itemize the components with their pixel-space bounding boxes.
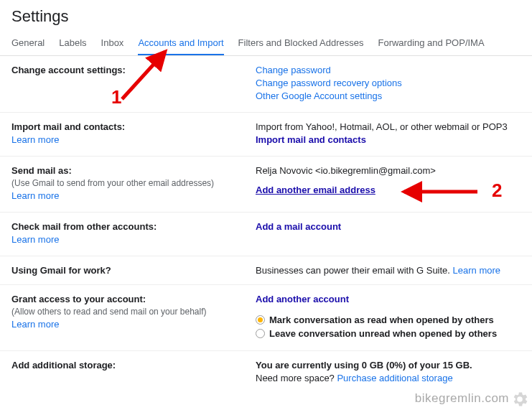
tabs-bar: General Labels Inbox Accounts and Import… (0, 30, 532, 56)
annotation-number-2: 2 (492, 180, 502, 202)
link-other-google-settings[interactable]: Other Google Account settings (256, 90, 521, 101)
link-change-recovery[interactable]: Change password recovery options (256, 78, 521, 88)
section-add-storage: Add additional storage: You are currentl… (0, 351, 532, 394)
link-change-password[interactable]: Change password (256, 65, 521, 75)
tab-accounts-import[interactable]: Accounts and Import (138, 30, 223, 56)
label-check-mail: Check mail from other accounts: (11, 221, 241, 232)
annotation-number-1: 1 (111, 86, 121, 108)
section-grant-access: Grant access to your account: (Allow oth… (0, 285, 532, 351)
section-send-mail-as: Send mail as: (Use Gmail to send from yo… (0, 157, 532, 213)
text-identity: Relja Novovic <io.bikegremlin@gmail.com> (256, 165, 521, 176)
label-grant-access: Grant access to your account: (11, 294, 241, 304)
label-send-mail-as: Send mail as: (11, 165, 241, 176)
link-grant-learn-more[interactable]: Learn more (11, 319, 241, 330)
tab-filters[interactable]: Filters and Blocked Addresses (238, 30, 364, 55)
section-gmail-work: Using Gmail for work? Businesses can pow… (0, 256, 532, 285)
text-gsuite-desc: Businesses can power their email with G … (256, 265, 453, 276)
text-import-desc: Import from Yahoo!, Hotmail, AOL, or oth… (256, 121, 521, 132)
link-purchase-storage[interactable]: Purchase additional storage (337, 373, 452, 383)
text-storage-usage: You are currently using 0 GB (0%) of you… (256, 360, 521, 371)
link-add-mail-account[interactable]: Add a mail account (256, 221, 341, 232)
link-import-mail-contacts[interactable]: Import mail and contacts (256, 134, 521, 145)
label-import-mail: Import mail and contacts: (11, 121, 241, 132)
subtext-grant-access: (Allow others to read and send mail on y… (11, 307, 241, 317)
radio-leave-unread[interactable] (256, 329, 265, 338)
link-add-another-account[interactable]: Add another account (256, 294, 349, 304)
label-change-account: Change account settings: (11, 65, 126, 75)
radio-label-leave-unread: Leave conversation unread when opened by… (269, 328, 497, 339)
tab-forwarding[interactable]: Forwarding and POP/IMA (378, 30, 484, 55)
subtext-send-mail-as: (Use Gmail to send from your other email… (11, 178, 241, 188)
link-sendas-learn-more[interactable]: Learn more (11, 190, 241, 201)
link-import-learn-more[interactable]: Learn more (11, 134, 241, 145)
tab-labels[interactable]: Labels (59, 30, 86, 55)
link-add-another-email[interactable]: Add another email address (256, 185, 521, 195)
page-title: Settings (0, 0, 532, 30)
radio-mark-read[interactable] (256, 315, 265, 325)
label-add-storage: Add additional storage: (11, 360, 116, 371)
label-gmail-work: Using Gmail for work? (11, 265, 111, 276)
tab-inbox[interactable]: Inbox (101, 30, 124, 55)
section-import-mail: Import mail and contacts: Learn more Imp… (0, 113, 532, 157)
tab-general[interactable]: General (11, 30, 45, 55)
section-check-mail: Check mail from other accounts: Learn mo… (0, 213, 532, 256)
radio-label-mark-read: Mark conversation as read when opened by… (269, 315, 494, 325)
section-change-account: Change account settings: Change password… (0, 56, 532, 113)
link-checkmail-learn-more[interactable]: Learn more (11, 234, 241, 245)
link-gsuite-learn-more[interactable]: Learn more (453, 265, 500, 276)
text-need-space: Need more space? (256, 373, 337, 383)
